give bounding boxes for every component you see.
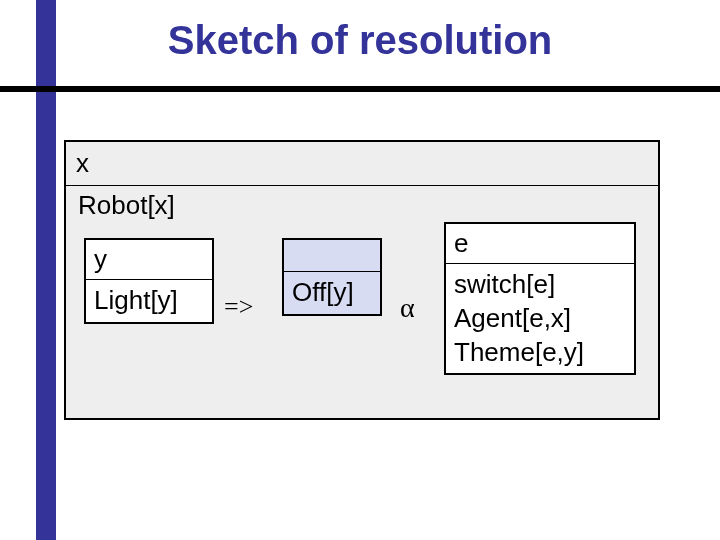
drs-y-box: y Light[y] [84,238,214,324]
implies-symbol: => [224,292,253,322]
drs-outer-universe: x [66,142,658,186]
drs-y-conditions: Light[y] [86,280,212,322]
drs-e-box: e switch[e] Agent[e,x] Theme[e,y] [444,222,636,375]
accent-bar [36,0,56,540]
drs-outer-conditions: Robot[x] y Light[y] => Off[y] α e switch… [66,186,658,418]
drs-e-conditions: switch[e] Agent[e,x] Theme[e,y] [446,264,634,373]
predicate-agent: Agent[e,x] [454,302,626,336]
predicate-theme: Theme[e,y] [454,336,626,370]
drs-e-universe: e [446,224,634,264]
drs-off-conditions: Off[y] [284,272,380,314]
predicate-robot: Robot[x] [78,190,648,221]
drs-outer-box: x Robot[x] y Light[y] => Off[y] α e swit… [64,140,660,420]
slide-title: Sketch of resolution [0,18,720,63]
drs-y-universe: y [86,240,212,280]
drs-off-universe [284,240,380,272]
predicate-switch: switch[e] [454,268,626,302]
alpha-symbol: α [400,292,415,324]
title-divider [0,86,720,92]
drs-off-box: Off[y] [282,238,382,316]
